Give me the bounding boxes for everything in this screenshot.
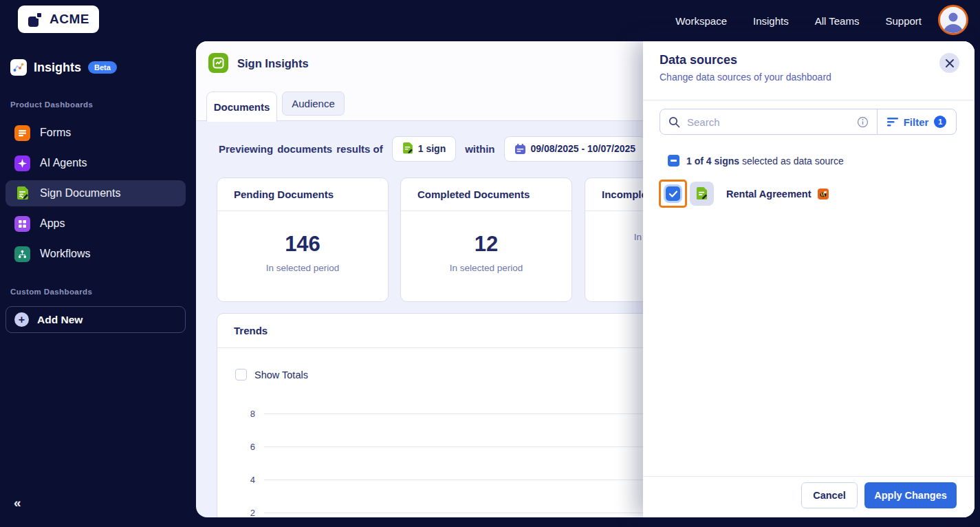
card-completed-documents: Completed Documents 12 In selected perio… — [400, 178, 572, 302]
drawer-title: Data sources — [660, 53, 737, 67]
forms-icon — [14, 125, 30, 141]
person-icon — [941, 10, 965, 33]
preview-sentence: Previewing documents results of 1 sign w… — [219, 136, 651, 162]
data-source-list-item: Rental Agreement — [659, 180, 829, 208]
selection-count: 1 of 4 signs — [686, 155, 739, 166]
preview-part1: Previewing — [219, 143, 273, 155]
sign-doc-tile — [690, 182, 714, 206]
drawer-subtitle: Change data sources of your dashboard — [660, 72, 831, 83]
filter-icon — [887, 118, 898, 127]
close-drawer-button[interactable] — [939, 53, 959, 73]
sign-documents-icon — [14, 186, 30, 201]
sidebar-item-workflows[interactable]: Workflows — [6, 241, 186, 267]
select-all-checkbox[interactable] — [668, 155, 679, 166]
data-source-label: Rental Agreement — [726, 189, 812, 200]
info-icon[interactable] — [857, 116, 869, 128]
nav-link-support[interactable]: Support — [885, 15, 922, 27]
brand-name: ACME — [50, 12, 89, 27]
rental-agreement-checkbox[interactable] — [666, 186, 680, 201]
nav-link-all-teams[interactable]: All Teams — [815, 15, 860, 27]
apps-icon — [14, 216, 30, 232]
calendar-icon — [514, 143, 526, 155]
search-filter-bar: Filter 1 — [660, 109, 957, 135]
top-nav-links: Workspace Insights All Teams Support — [675, 0, 922, 41]
preview-part2: documents — [277, 143, 332, 155]
section-label-product-dashboards: Product Dashboards — [10, 100, 93, 109]
sidebar-item-label: Sign Documents — [40, 187, 120, 200]
filter-label: Filter — [904, 116, 929, 128]
tab-audience[interactable]: Audience — [282, 92, 345, 116]
card-subtitle: In selected period — [217, 263, 388, 273]
filter-button[interactable]: Filter 1 — [878, 109, 956, 134]
date-range-label: 09/08/2025 - 10/07/2025 — [531, 143, 636, 154]
workflows-icon — [14, 246, 30, 262]
tab-documents[interactable]: Documents — [206, 92, 277, 122]
user-avatar[interactable] — [938, 5, 968, 35]
sidebar-item-forms[interactable]: Forms — [6, 120, 186, 146]
add-new-label: Add New — [37, 314, 83, 326]
sidebar-item-label: AI Agents — [40, 157, 87, 169]
cancel-button[interactable]: Cancel — [801, 482, 858, 508]
plus-icon: + — [14, 312, 29, 327]
date-range-button[interactable]: 09/08/2025 - 10/07/2025 — [504, 136, 646, 162]
card-title: Pending Documents — [217, 178, 388, 211]
card-pending-documents: Pending Documents 146 In selected period — [217, 178, 389, 302]
check-icon — [669, 191, 677, 197]
sign-insights-icon — [208, 53, 228, 73]
y-axis-tick: 6 — [228, 442, 255, 452]
selection-summary-row: 1 of 4 signs selected as data source — [668, 155, 844, 166]
page-title: Sign Insights — [237, 57, 309, 70]
card-subtitle: In selected period — [401, 263, 571, 273]
nav-link-insights[interactable]: Insights — [753, 15, 789, 27]
card-value: 12 — [401, 232, 571, 257]
sidebar-item-apps[interactable]: Apps — [6, 211, 186, 237]
sidebar-app-header: Insights Beta — [10, 59, 117, 76]
y-axis-tick: 4 — [228, 475, 255, 485]
show-totals-checkbox[interactable] — [235, 369, 247, 380]
sign-selector-label: 1 sign — [418, 143, 446, 154]
show-totals-checkbox-row[interactable]: Show Totals — [235, 369, 308, 380]
sidebar-item-label: Workflows — [40, 248, 91, 260]
section-label-custom-dashboards: Custom Dashboards — [10, 288, 92, 296]
apply-changes-button[interactable]: Apply Changes — [864, 482, 957, 508]
acme-logo-icon — [28, 10, 45, 28]
filter-count-badge: 1 — [934, 116, 946, 128]
y-axis-tick: 8 — [228, 409, 255, 419]
sidebar-item-label: Forms — [40, 127, 71, 139]
y-axis-tick: 2 — [228, 508, 255, 518]
nav-link-workspace[interactable]: Workspace — [675, 15, 727, 27]
sign-doc-icon — [696, 187, 708, 201]
add-new-button[interactable]: + Add New — [6, 306, 186, 333]
bee-icon — [818, 189, 829, 200]
beta-badge: Beta — [88, 61, 117, 74]
close-icon — [946, 59, 954, 67]
search-section[interactable] — [660, 109, 877, 134]
ai-agents-icon — [14, 155, 30, 171]
within-label: within — [465, 143, 494, 155]
sidebar-item-sign-documents[interactable]: Sign Documents — [6, 180, 186, 206]
acme-logo[interactable]: ACME — [18, 6, 99, 33]
sign-doc-icon — [402, 142, 413, 155]
preview-part3: results of — [336, 143, 383, 155]
sidebar-collapse-button[interactable]: « — [14, 495, 21, 510]
search-input[interactable] — [687, 116, 850, 128]
show-totals-label: Show Totals — [254, 369, 308, 380]
selection-rest: selected as data source — [742, 155, 844, 166]
sign-selector-button[interactable]: 1 sign — [392, 136, 456, 162]
sidebar: Insights Beta Product Dashboards Forms A… — [0, 41, 196, 527]
data-sources-drawer: Data sources Change data sources of your… — [643, 41, 974, 517]
search-icon — [668, 116, 680, 128]
sidebar-app-name: Insights — [34, 61, 81, 75]
card-title: Completed Documents — [401, 178, 571, 211]
sidebar-item-label: Apps — [40, 217, 65, 230]
card-value: 146 — [217, 232, 388, 257]
insights-app-icon — [10, 59, 27, 76]
sidebar-item-ai-agents[interactable]: AI Agents — [6, 150, 186, 176]
selection-summary: 1 of 4 signs selected as data source — [686, 155, 844, 166]
top-nav: ACME Workspace Insights All Teams Suppor… — [0, 0, 980, 41]
highlight-box — [659, 180, 687, 208]
drawer-footer: Cancel Apply Changes — [801, 482, 957, 508]
